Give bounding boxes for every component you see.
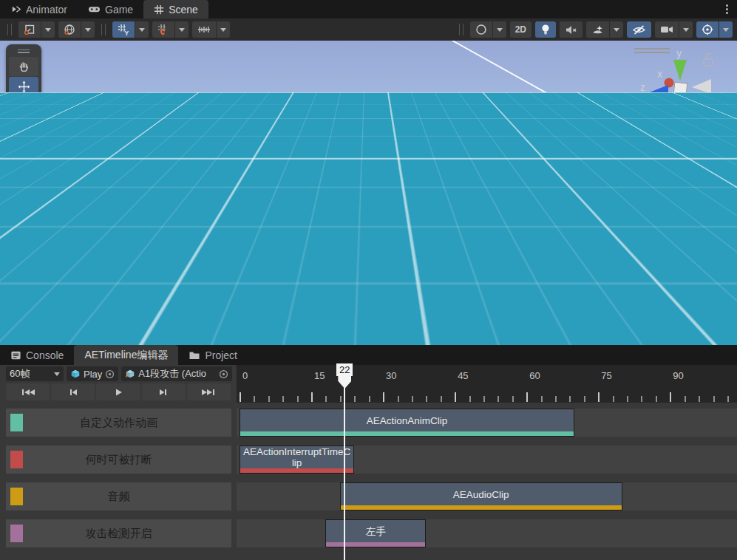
grid-visibility-button[interactable]: Y	[112, 21, 135, 38]
track-lane[interactable]: 左手	[237, 519, 737, 547]
gizmo-ball-dark	[696, 96, 710, 109]
track-lane[interactable]: AEActionAnimClip	[237, 409, 737, 437]
grid-visibility-dropdown[interactable]	[135, 21, 149, 38]
animator-icon	[10, 4, 21, 15]
clip-color-strip	[240, 431, 574, 436]
track-name: 自定义动作动画	[6, 416, 231, 430]
clip-label: AEAudioClip	[341, 483, 622, 505]
tab-label: Console	[26, 349, 64, 361]
track-lane-area[interactable]: AEActionAnimClipAEActionInterruptTimeCli…	[237, 365, 737, 560]
scene-grid-icon	[154, 4, 164, 15]
track-lane[interactable]: AEAudioClip	[237, 482, 737, 511]
view-tool-button[interactable]	[9, 57, 38, 76]
clip-color-strip	[240, 468, 353, 473]
overlay-handle-icon[interactable]	[9, 47, 38, 55]
scene-camera-dropdown[interactable]	[679, 21, 693, 38]
clip-label: AEActionInterruptTimeClip	[240, 446, 353, 468]
axis-x-label: x	[657, 68, 662, 80]
shading-mode-icon	[475, 24, 487, 35]
overlay-handle-icon	[634, 49, 670, 52]
increment-snap-dropdown[interactable]	[217, 21, 230, 38]
console-icon	[10, 350, 21, 361]
scale-tool-button[interactable]	[9, 117, 38, 136]
timeline-clip[interactable]: 左手	[325, 519, 426, 547]
rect-tool-button[interactable]	[9, 137, 38, 156]
view-orientation-gizmo[interactable]: y x z < Persp	[634, 47, 713, 144]
timeline-clip[interactable]: AEActionInterruptTimeClip	[240, 445, 354, 474]
increment-snap-button[interactable]	[192, 21, 216, 38]
drag-grip-icon[interactable]	[7, 24, 12, 35]
lock-icon	[704, 53, 713, 66]
shading-mode-dropdown[interactable]	[493, 21, 506, 38]
move-icon	[18, 81, 30, 93]
clip-color-strip	[326, 542, 425, 547]
effects-dropdown[interactable]	[610, 21, 623, 38]
audio-mute-icon	[565, 24, 577, 35]
track-color-chip	[10, 525, 23, 542]
tab-aetimeline-editor[interactable]: AETimeline编辑器	[74, 345, 178, 365]
scene-camera-button[interactable]	[655, 21, 679, 38]
scene-toolbar: Y	[0, 18, 737, 41]
track-header[interactable]: 自定义动作动画	[6, 409, 231, 437]
handle-orientation-dropdown[interactable]	[81, 21, 95, 38]
track-header[interactable]: 何时可被打断	[6, 445, 231, 474]
move-tool-button[interactable]	[9, 77, 38, 96]
effects-button[interactable]	[586, 21, 609, 38]
track-color-chip	[10, 451, 23, 468]
scene-view[interactable]: y x z < Persp	[0, 41, 737, 345]
tool-palette	[6, 44, 41, 180]
pivot-button[interactable]	[18, 21, 41, 38]
persp-label: Persp	[665, 130, 698, 144]
audio-mute-button[interactable]	[560, 21, 583, 38]
tab-project[interactable]: Project	[178, 345, 248, 365]
gizmos-button[interactable]	[696, 21, 719, 38]
2d-toggle-button[interactable]: 2D	[510, 21, 531, 38]
scale-icon	[18, 120, 30, 133]
tab-scene[interactable]: Scene	[143, 0, 208, 18]
rotate-tool-button[interactable]	[9, 97, 38, 116]
toolbar-left-group: Y	[4, 21, 230, 38]
drag-grip-icon	[101, 24, 106, 35]
tab-animator[interactable]: Animator	[0, 0, 78, 18]
rotate-icon	[18, 100, 30, 113]
svg-text:Y: Y	[125, 30, 129, 36]
shading-mode-button[interactable]	[470, 21, 492, 38]
scene-tab-bar: Animator Game Scene	[0, 0, 737, 18]
grid-snap-button[interactable]	[152, 21, 174, 38]
tab-label: Game	[105, 4, 133, 16]
track-header[interactable]: 攻击检测开启	[6, 519, 231, 547]
chevron-down-icon	[45, 28, 51, 32]
tab-console[interactable]: Console	[0, 345, 74, 365]
track-color-chip	[10, 488, 23, 505]
pivot-dropdown[interactable]	[41, 21, 55, 38]
timeline-panel: 60帧 Play A1段攻击 (Actio	[0, 365, 737, 560]
handle-orientation-button[interactable]	[58, 21, 81, 38]
drag-grip-icon[interactable]	[459, 24, 463, 35]
hand-icon	[18, 61, 30, 73]
gizmos-dropdown[interactable]	[719, 21, 733, 38]
eye-slash-icon	[632, 24, 646, 35]
tab-label: Project	[205, 349, 237, 361]
scene-lighting-button[interactable]	[535, 21, 556, 38]
timeline-clip[interactable]: AEAudioClip	[340, 482, 622, 511]
chevron-down-icon	[139, 28, 145, 32]
track-name: 攻击检测开启	[6, 527, 231, 541]
tab-game[interactable]: Game	[78, 0, 143, 18]
chevron-down-icon	[85, 28, 91, 32]
track-header[interactable]: 音频	[6, 482, 231, 511]
grid-snap-dropdown[interactable]	[175, 21, 189, 38]
window-menu-icon[interactable]	[721, 2, 733, 16]
transform-tool-button[interactable]	[9, 157, 38, 176]
persp-arrow: <	[655, 130, 662, 144]
gizmo-cube	[673, 82, 687, 96]
chevron-down-icon	[179, 28, 185, 32]
gizmo-cone-right	[692, 79, 711, 94]
chevron-down-icon	[683, 28, 689, 32]
tab-label: Animator	[26, 4, 67, 16]
timeline-clip[interactable]: AEActionAnimClip	[240, 409, 574, 437]
chevron-down-icon	[723, 28, 729, 32]
globe-icon	[64, 24, 75, 35]
track-lane[interactable]: AEActionInterruptTimeClip	[237, 445, 737, 474]
scene-visibility-button[interactable]	[627, 21, 651, 38]
track-name: 何时可被打断	[6, 453, 231, 467]
